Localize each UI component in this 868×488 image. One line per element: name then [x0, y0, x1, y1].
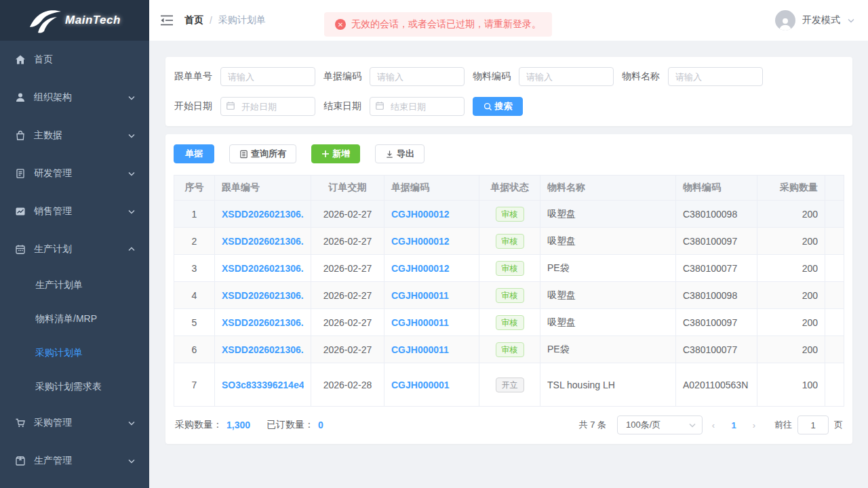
filter-end-date: 结束日期: [323, 97, 465, 116]
order-no-link[interactable]: XSDD2026021306..: [222, 209, 304, 220]
export-button[interactable]: 导出: [375, 144, 425, 163]
doc-no-link[interactable]: CGJH000012: [391, 209, 472, 220]
search-button[interactable]: 搜索: [473, 97, 523, 116]
document-mode-button[interactable]: 单据: [174, 144, 214, 163]
cell-material-code: A0201100563N: [676, 363, 757, 407]
sidebar-subitem-purchase-plan-order[interactable]: 采购计划单: [0, 336, 149, 370]
cell-material-code: C380100097: [676, 228, 757, 255]
user-menu[interactable]: 开发模式: [775, 10, 855, 30]
sidebar-nav: 首页 组织架构 主数据: [0, 41, 149, 488]
field-label: 跟单单号: [174, 70, 220, 83]
summary: 采购数量： 1,300 已订数量： 0: [175, 419, 336, 431]
error-circle-icon: ✕: [335, 19, 346, 30]
cell-extra: [825, 282, 844, 309]
page-number-1[interactable]: 1: [724, 420, 743, 430]
cell-delivery-date: 2026-02-27: [311, 201, 384, 228]
end-date-input[interactable]: [370, 97, 465, 116]
sidebar-item-label: 首页: [34, 54, 136, 66]
cell-seq: 4: [174, 282, 215, 309]
cell-extra: [825, 255, 844, 282]
query-all-button[interactable]: 查询所有: [229, 144, 296, 163]
doc-no-link[interactable]: CGJH000011: [391, 317, 472, 328]
cell-seq: 5: [174, 309, 215, 336]
page-size-select[interactable]: 100条/页: [617, 415, 703, 434]
cell-material-name: 吸塑盘: [540, 282, 676, 309]
cell-doc-no: CGJH000011: [384, 282, 479, 309]
doc-no-link[interactable]: CGJH000012: [391, 236, 472, 247]
add-button[interactable]: 新增: [311, 144, 360, 163]
order-no-link[interactable]: XSDD2026021306..: [222, 236, 304, 247]
table-row: 2XSDD2026021306..2026-02-27CGJH000012审核吸…: [174, 228, 844, 255]
sidebar-item-sales[interactable]: 销售管理: [0, 192, 149, 230]
chevron-down-icon: [127, 419, 136, 427]
doc-no-link[interactable]: CGJH000011: [391, 344, 472, 355]
sidebar-subitem-purchase-plan-demand[interactable]: 采购计划需求表: [0, 370, 149, 404]
sidebar-item-label: 组织架构: [34, 92, 127, 104]
sidebar-item-rd[interactable]: 研发管理: [0, 155, 149, 192]
col-header-material-name: 物料名称: [540, 176, 676, 201]
col-header-extra: [825, 176, 844, 201]
main-area: 首页 / 采购计划单 ✕ 无效的会话，或者会话已过期，请重新登录。 开发模式: [149, 0, 868, 488]
pagination: 共 7 条 100条/页 ‹ 1 › 前往: [579, 415, 843, 434]
calendar-icon: [15, 244, 26, 255]
sidebar-item-manufacturing[interactable]: 生产管理: [0, 442, 149, 480]
sidebar-subitem-label: 生产计划单: [35, 279, 83, 291]
tracking-no-input[interactable]: [220, 67, 315, 86]
cell-qty: 200: [757, 336, 825, 363]
breadcrumb-separator: /: [210, 15, 212, 26]
doc-no-link[interactable]: CGJH000012: [391, 263, 472, 274]
cell-extra: [825, 363, 844, 407]
sidebar-subitem-production-plan-order[interactable]: 生产计划单: [0, 268, 149, 302]
table-row: 4XSDD2026021306..2026-02-27CGJH000011审核吸…: [174, 282, 844, 309]
table-body: 1XSDD2026021306..2026-02-27CGJH000012审核吸…: [174, 201, 844, 407]
doc-no-link[interactable]: CGJH000001: [391, 380, 472, 390]
sidebar-item-label: 销售管理: [34, 205, 127, 218]
col-header-delivery-date: 订单交期: [311, 176, 384, 201]
sidebar-item-production-plan[interactable]: 生产计划: [0, 230, 149, 268]
order-no-link[interactable]: XSDD2026021306..: [222, 344, 304, 355]
prev-page-button[interactable]: ‹: [703, 420, 724, 430]
goto-page-input[interactable]: [797, 415, 829, 434]
sidebar-subitem-bom-mrp[interactable]: 物料清单/MRP: [0, 302, 149, 336]
field-label: 物料名称: [622, 70, 668, 83]
home-icon: [15, 54, 26, 65]
next-page-button[interactable]: ›: [743, 420, 765, 430]
table-row: 1XSDD2026021306..2026-02-27CGJH000012审核吸…: [174, 201, 844, 228]
cell-material-code: C380100098: [676, 201, 757, 228]
status-badge: 审核: [496, 261, 524, 276]
material-name-input[interactable]: [668, 67, 763, 86]
cell-qty: 200: [757, 309, 825, 336]
doc-code-input[interactable]: [370, 67, 465, 86]
field-label: 物料编码: [473, 70, 519, 83]
breadcrumb-home[interactable]: 首页: [184, 14, 203, 26]
start-date-input[interactable]: [220, 97, 315, 116]
session-error-toast: ✕ 无效的会话，或者会话已过期，请重新登录。: [324, 12, 552, 37]
field-label: 结束日期: [323, 100, 370, 113]
order-no-link[interactable]: XSDD2026021306..: [222, 317, 304, 328]
order-no-link[interactable]: SO3c833396214e40: [222, 380, 304, 390]
user-name: 开发模式: [802, 14, 840, 26]
cell-extra: [825, 336, 844, 363]
order-no-link[interactable]: XSDD2026021306..: [222, 290, 304, 301]
summary-qty-label: 采购数量：: [175, 419, 222, 431]
material-code-input[interactable]: [519, 67, 614, 86]
cell-order-no: XSDD2026021306..: [215, 336, 311, 363]
cell-qty: 100: [757, 363, 825, 407]
cell-status: 审核: [479, 201, 540, 228]
sidebar-item-master-data[interactable]: 主数据: [0, 117, 149, 155]
sidebar-collapse-icon[interactable]: [160, 14, 174, 27]
cell-material-code: C380100098: [676, 282, 757, 309]
table-row: 5XSDD2026021306..2026-02-27CGJH000011审核吸…: [174, 309, 844, 336]
table-row: 6XSDD2026021306..2026-02-27CGJH000011审核P…: [174, 336, 844, 363]
sidebar-item-home[interactable]: 首页: [0, 41, 149, 79]
cell-material-name: 吸塑盘: [540, 201, 676, 228]
filter-material-name: 物料名称: [622, 67, 763, 86]
cell-material-code: C380100097: [676, 309, 757, 336]
order-no-link[interactable]: XSDD2026021306..: [222, 263, 304, 274]
doc-no-link[interactable]: CGJH000011: [391, 290, 472, 301]
sidebar-item-org[interactable]: 组织架构: [0, 79, 149, 117]
sidebar-item-purchasing[interactable]: 采购管理: [0, 404, 149, 442]
topbar: 首页 / 采购计划单 ✕ 无效的会话，或者会话已过期，请重新登录。 开发模式: [149, 0, 868, 41]
col-header-doc-no: 单据编码: [384, 176, 479, 201]
cell-delivery-date: 2026-02-27: [311, 255, 384, 282]
